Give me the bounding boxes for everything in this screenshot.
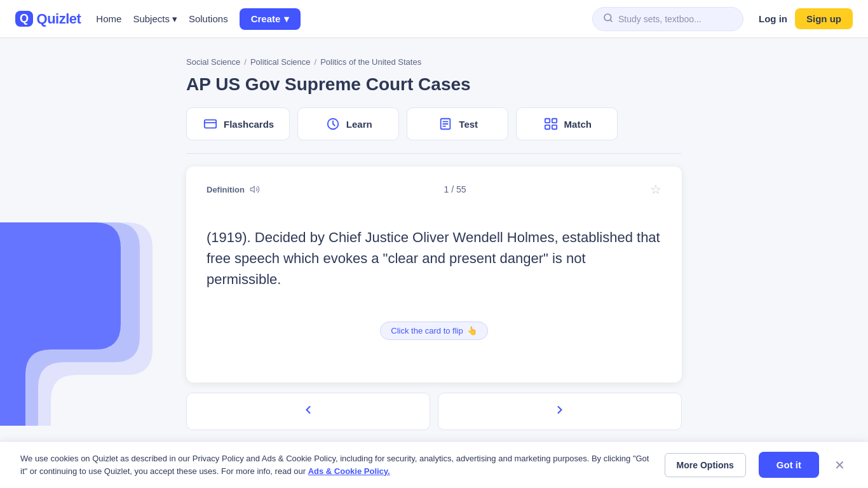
create-button[interactable]: Create ▾: [240, 8, 301, 30]
breadcrumb-item-2[interactable]: Political Science: [250, 57, 311, 67]
logo-text: Quizlet: [37, 11, 81, 27]
flashcard-header: Definition 1 / 55 ☆: [207, 182, 661, 197]
nav-solutions[interactable]: Solutions: [189, 13, 228, 24]
sound-icon[interactable]: [250, 184, 260, 194]
chevron-right-icon: [553, 403, 566, 419]
search-input[interactable]: [618, 14, 733, 24]
breadcrumb-item-3[interactable]: Politics of the United States: [320, 57, 421, 67]
svg-marker-13: [250, 186, 254, 192]
flashcard-body: (1919). Decided by Chief Justice Oliver …: [207, 207, 661, 309]
decorative-shape: [0, 222, 153, 426]
flashcard-label: Definition: [207, 184, 260, 194]
flashcard-text: (1919). Decided by Chief Justice Oliver …: [207, 227, 661, 290]
navbar-auth: Log in Sign up: [759, 8, 853, 29]
star-icon[interactable]: ☆: [650, 182, 661, 197]
page-title: AP US Gov Supreme Court Cases: [186, 74, 682, 95]
chevron-down-icon: ▾: [284, 13, 289, 25]
tab-test[interactable]: Test: [407, 107, 508, 140]
learn-icon: [325, 116, 341, 132]
flashcard[interactable]: Definition 1 / 55 ☆ (1919). Decided by C…: [186, 166, 682, 383]
login-button[interactable]: Log in: [759, 13, 787, 24]
divider: [186, 153, 682, 154]
flip-hint[interactable]: Click the card to flip 👆: [207, 322, 661, 340]
tab-flashcards[interactable]: Flashcards: [186, 107, 290, 140]
breadcrumb-sep-1: /: [244, 57, 247, 67]
breadcrumb-sep-2: /: [315, 57, 317, 67]
chevron-left-icon: [302, 403, 315, 419]
search-bar[interactable]: [592, 7, 743, 31]
breadcrumb-item-1[interactable]: Social Science: [186, 57, 240, 67]
flashcard-progress: 1 / 55: [444, 184, 466, 194]
breadcrumb: Social Science / Political Science / Pol…: [186, 57, 682, 67]
svg-rect-9: [545, 119, 549, 123]
tab-match[interactable]: Match: [516, 107, 618, 140]
svg-rect-2: [205, 120, 216, 128]
flip-hint-pill[interactable]: Click the card to flip 👆: [380, 322, 487, 340]
tab-learn[interactable]: Learn: [297, 107, 399, 140]
main-content: Social Science / Political Science / Pol…: [173, 38, 695, 430]
navbar: QQuizlet Home Subjects ▾ Solutions Creat…: [0, 0, 868, 38]
svg-rect-11: [545, 125, 549, 129]
nav-subjects[interactable]: Subjects ▾: [133, 13, 177, 25]
nav-home[interactable]: Home: [96, 13, 121, 24]
svg-line-1: [610, 20, 612, 22]
test-icon: [437, 116, 454, 132]
flashcard-nav: [186, 393, 682, 430]
hand-pointer-icon: 👆: [467, 326, 477, 336]
navbar-links: Home Subjects ▾ Solutions Create ▾: [96, 8, 577, 30]
match-icon: [543, 116, 559, 132]
svg-rect-10: [552, 119, 556, 123]
logo[interactable]: QQuizlet: [15, 11, 81, 27]
logo-q: Q: [15, 11, 33, 27]
flashcard-icon: [202, 116, 219, 132]
study-tabs: Flashcards Learn Test: [186, 107, 682, 140]
svg-rect-12: [552, 125, 556, 129]
chevron-down-icon: ▾: [172, 13, 177, 25]
search-icon: [603, 13, 613, 25]
next-button[interactable]: [438, 393, 682, 430]
prev-button[interactable]: [186, 393, 430, 430]
signup-button[interactable]: Sign up: [795, 8, 853, 29]
